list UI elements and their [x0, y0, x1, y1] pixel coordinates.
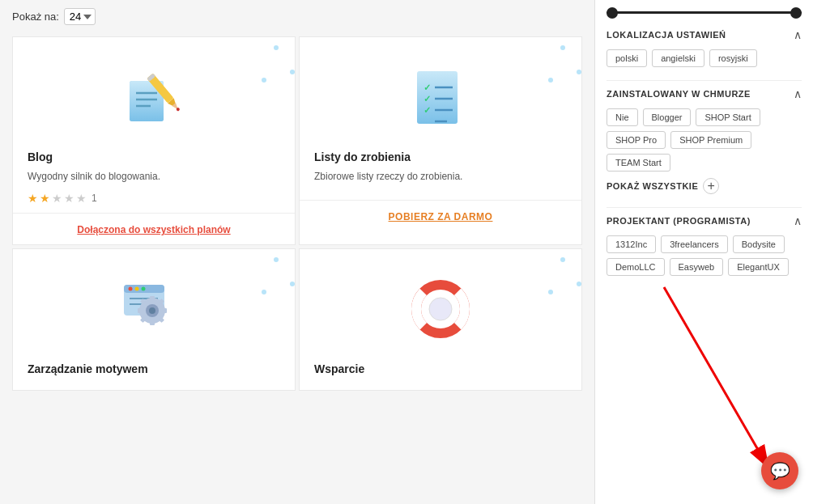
star-5: ★ [76, 192, 87, 205]
svg-point-21 [134, 286, 138, 290]
card-blog-rating-count: 1 [92, 193, 97, 204]
chat-icon: 💬 [770, 461, 790, 481]
projektant-section-header: PROJEKTANT (PROGRAMISTA) ∧ [607, 214, 802, 227]
card-support-image-area [300, 249, 581, 362]
tag-shop-pro[interactable]: SHOP Pro [607, 131, 666, 149]
theme-icon [120, 277, 189, 341]
svg-rect-30 [138, 308, 143, 313]
svg-rect-31 [162, 308, 167, 313]
card-todo-footer: POBIERZ ZA DARMO [300, 200, 581, 231]
star-2: ★ [40, 192, 50, 205]
star-3: ★ [52, 192, 62, 205]
card-blog-stars: ★ ★ ★ ★ ★ 1 [28, 192, 280, 205]
lokalizacja-collapse-icon[interactable]: ∧ [794, 28, 802, 41]
card-blog-footer: Dołączona do wszystkich planów [13, 213, 295, 244]
tag-blogger[interactable]: Blogger [643, 108, 692, 126]
lokalizacja-title: LOKALIZACJA USTAWIEŃ [607, 30, 726, 40]
sidebar: LOKALIZACJA USTAWIEŃ ∧ polski angielski … [594, 0, 813, 504]
svg-text:✓: ✓ [424, 94, 431, 104]
lokalizacja-section-header: LOKALIZACJA USTAWIEŃ ∧ [607, 28, 802, 41]
chat-button[interactable]: 💬 [761, 452, 798, 489]
tag-rosyjski[interactable]: rosyjski [709, 49, 757, 67]
divider-2 [607, 207, 802, 208]
card-todo-free-link[interactable]: POBIERZ ZA DARMO [389, 211, 493, 222]
card-blog-desc: Wygodny silnik do blogowania. [28, 170, 280, 184]
svg-rect-28 [150, 296, 155, 301]
show-all-icon: + [703, 178, 719, 194]
card-todo-desc: Zbiorowe listy rzeczy do zrobienia. [314, 170, 567, 184]
chmura-collapse-icon[interactable]: ∧ [794, 87, 802, 100]
tag-nie[interactable]: Nie [607, 108, 638, 126]
star-4: ★ [64, 192, 74, 205]
svg-point-22 [141, 286, 145, 290]
card-theme-image-area [13, 249, 295, 362]
tag-shop-premium[interactable]: SHOP Premium [670, 131, 751, 149]
chmura-title: ZAINSTALOWANY W CHMURZE [607, 89, 751, 99]
tag-1312inc[interactable]: 1312Inc [607, 235, 656, 253]
svg-point-39 [429, 298, 452, 320]
chmura-tags: Nie Blogger SHOP Start SHOP Pro SHOP Pre… [607, 108, 802, 172]
chmura-section-header: ZAINSTALOWANY W CHMURZE ∧ [607, 87, 802, 100]
range-thumb-right[interactable] [790, 7, 802, 19]
support-icon [408, 277, 473, 341]
show-all-button[interactable]: POKAŻ WSZYSTKIE + [607, 178, 802, 194]
lokalizacja-section: LOKALIZACJA USTAWIEŃ ∧ polski angielski … [607, 28, 802, 67]
price-range-track[interactable] [607, 11, 802, 14]
card-todo-body: Listy do zrobienia Zbiorowe listy rzeczy… [300, 150, 581, 200]
svg-line-40 [664, 287, 769, 469]
card-support-body: Wsparcie [300, 362, 581, 390]
range-thumb-left[interactable] [607, 7, 618, 19]
svg-point-27 [149, 307, 155, 314]
card-blog-title: Blog [28, 150, 280, 163]
svg-rect-29 [150, 320, 155, 325]
show-all-label: POKAŻ WSZYSTKIE [607, 181, 698, 191]
card-todo: ✓ ✓ ✓ Listy do zrobienia Zbiorowe listy … [299, 36, 582, 245]
tag-demolcc[interactable]: DemoLLC [607, 258, 665, 276]
tag-3freelancers[interactable]: 3freelancers [661, 235, 728, 253]
star-1: ★ [28, 192, 38, 205]
tag-bodysite[interactable]: Bodysite [733, 235, 785, 253]
projektant-section: PROJEKTANT (PROGRAMISTA) ∧ 1312Inc 3free… [607, 214, 802, 276]
chmura-section: ZAINSTALOWANY W CHMURZE ∧ Nie Blogger SH… [607, 87, 802, 194]
card-theme-body: Zarządzanie motywem [13, 362, 295, 390]
svg-text:✓: ✓ [424, 105, 431, 115]
tag-shop-start[interactable]: SHOP Start [696, 108, 760, 126]
lokalizacja-tags: polski angielski rosyjski [607, 49, 802, 67]
card-todo-title: Listy do zrobienia [314, 150, 567, 163]
svg-point-20 [128, 286, 132, 290]
tag-polski[interactable]: polski [607, 49, 647, 67]
card-blog-image-area [13, 37, 295, 150]
card-blog-plan-link[interactable]: Dołączona do wszystkich planów [77, 224, 230, 235]
per-page-control: Pokaż na: 24 48 96 [12, 8, 582, 25]
card-support-title: Wsparcie [314, 362, 567, 375]
tag-easyweb[interactable]: Easyweb [670, 258, 724, 276]
main-content: Pokaż na: 24 48 96 [0, 0, 594, 504]
svg-text:✓: ✓ [424, 83, 431, 92]
projektant-tags: 1312Inc 3freelancers Bodysite DemoLLC Ea… [607, 235, 802, 276]
per-page-label: Pokaż na: [12, 11, 59, 23]
price-range-container [607, 11, 802, 14]
card-todo-image-area: ✓ ✓ ✓ [300, 37, 581, 150]
card-theme-title: Zarządzanie motywem [28, 362, 280, 375]
card-blog-body: Blog Wygodny silnik do blogowania. ★ ★ ★… [13, 150, 295, 213]
per-page-select[interactable]: 24 48 96 [64, 8, 96, 25]
divider-1 [607, 80, 802, 81]
todo-icon: ✓ ✓ ✓ [411, 63, 471, 132]
card-theme: Zarządzanie motywem [12, 248, 296, 391]
tag-team-start[interactable]: TEAM Start [607, 154, 670, 172]
projektant-title: PROJEKTANT (PROGRAMISTA) [607, 216, 751, 226]
cards-grid: Blog Wygodny silnik do blogowania. ★ ★ ★… [12, 36, 582, 391]
card-support: Wsparcie [299, 248, 582, 391]
tag-elegantux[interactable]: ElegantUX [728, 258, 789, 276]
tag-angielski[interactable]: angielski [652, 49, 704, 67]
blog-icon [121, 65, 186, 129]
projektant-collapse-icon[interactable]: ∧ [794, 214, 802, 227]
card-blog: Blog Wygodny silnik do blogowania. ★ ★ ★… [12, 36, 296, 245]
